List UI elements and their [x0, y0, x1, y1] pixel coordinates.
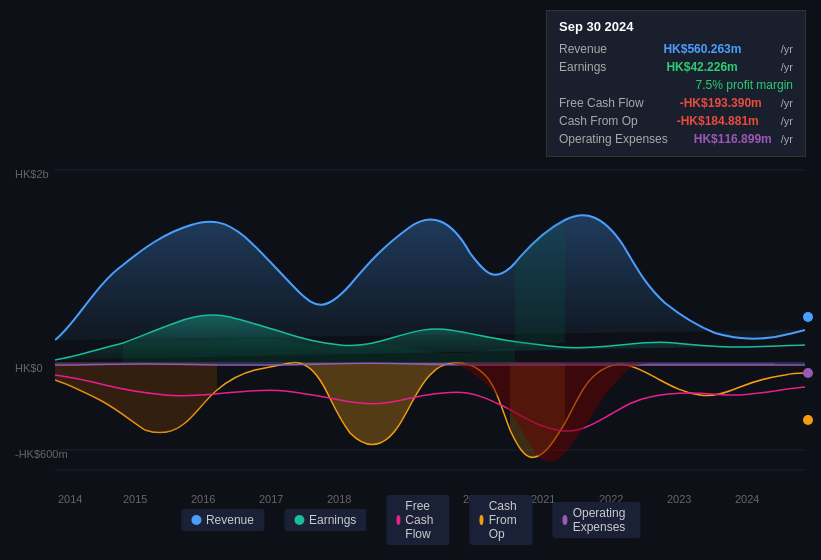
x-label-2024: 2024: [735, 493, 759, 505]
tooltip-earnings-row: Earnings HK$42.226m /yr: [559, 58, 793, 76]
legend-opex-label: Operating Expenses: [573, 506, 630, 534]
tooltip-opex-value: HK$116.899m: [694, 132, 772, 146]
x-label-2014: 2014: [58, 493, 82, 505]
x-label-2023: 2023: [667, 493, 691, 505]
tooltip-date: Sep 30 2024: [559, 19, 793, 34]
legend-fcf[interactable]: Free Cash Flow: [386, 495, 449, 545]
revenue-pointer: [803, 312, 813, 322]
chart-container: Sep 30 2024 Revenue HK$560.263m /yr Earn…: [0, 0, 821, 560]
tooltip-margin-value: 7.5% profit margin: [696, 78, 793, 92]
y-label-mid: HK$0: [15, 362, 43, 374]
tooltip-revenue-label: Revenue: [559, 42, 607, 56]
chart-svg: [55, 165, 805, 475]
legend-revenue-label: Revenue: [206, 513, 254, 527]
tooltip-cfo-unit: /yr: [781, 115, 793, 127]
cfo-pointer: [803, 415, 813, 425]
x-label-2015: 2015: [123, 493, 147, 505]
tooltip-opex-unit: /yr: [781, 133, 793, 145]
tooltip-fcf-label: Free Cash Flow: [559, 96, 644, 110]
tooltip-earnings-label: Earnings: [559, 60, 606, 74]
legend-revenue[interactable]: Revenue: [181, 509, 264, 531]
tooltip-fcf-value: -HK$193.390m: [680, 96, 762, 110]
legend-cfo-dot: [479, 515, 483, 525]
legend-revenue-dot: [191, 515, 201, 525]
tooltip-margin-row: 7.5% profit margin: [559, 76, 793, 94]
y-label-top: HK$2b: [15, 168, 49, 180]
tooltip-fcf-row: Free Cash Flow -HK$193.390m /yr: [559, 94, 793, 112]
tooltip-revenue-unit: /yr: [781, 43, 793, 55]
legend-fcf-label: Free Cash Flow: [405, 499, 439, 541]
tooltip-box: Sep 30 2024 Revenue HK$560.263m /yr Earn…: [546, 10, 806, 157]
tooltip-cfo-value: -HK$184.881m: [677, 114, 759, 128]
legend-cfo-label: Cash From Op: [489, 499, 523, 541]
tooltip-revenue-value: HK$560.263m: [663, 42, 741, 56]
tooltip-cfo-row: Cash From Op -HK$184.881m /yr: [559, 112, 793, 130]
chart-legend: Revenue Earnings Free Cash Flow Cash Fro…: [181, 495, 640, 545]
tooltip-fcf-unit: /yr: [781, 97, 793, 109]
legend-cfo[interactable]: Cash From Op: [469, 495, 532, 545]
tooltip-opex-row: Operating Expenses HK$116.899m /yr: [559, 130, 793, 148]
legend-opex-dot: [562, 515, 567, 525]
legend-earnings[interactable]: Earnings: [284, 509, 366, 531]
legend-opex[interactable]: Operating Expenses: [552, 502, 640, 538]
tooltip-earnings-value: HK$42.226m: [666, 60, 737, 74]
opex-pointer: [803, 368, 813, 378]
legend-earnings-label: Earnings: [309, 513, 356, 527]
tooltip-revenue-row: Revenue HK$560.263m /yr: [559, 40, 793, 58]
legend-earnings-dot: [294, 515, 304, 525]
tooltip-earnings-unit: /yr: [781, 61, 793, 73]
tooltip-opex-label: Operating Expenses: [559, 132, 668, 146]
tooltip-cfo-label: Cash From Op: [559, 114, 638, 128]
legend-fcf-dot: [396, 515, 400, 525]
